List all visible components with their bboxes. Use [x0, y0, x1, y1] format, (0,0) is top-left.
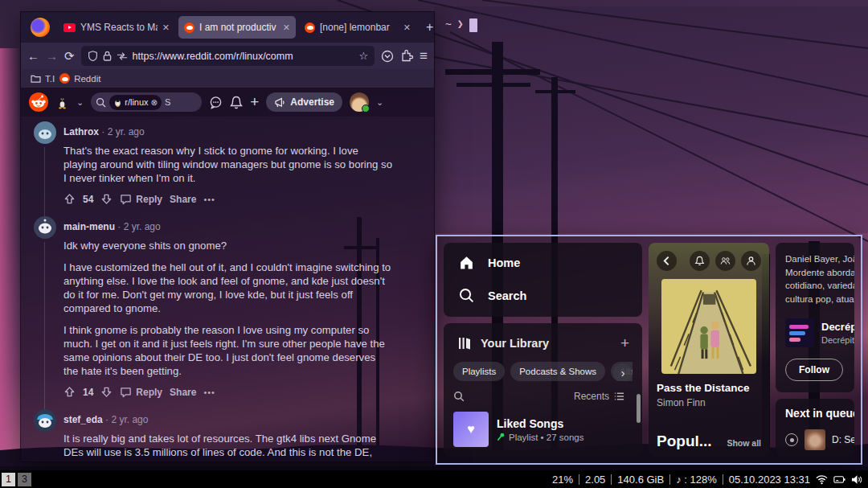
community-chevron-icon[interactable]: ⌄: [76, 97, 84, 108]
search-community-chip[interactable]: r/linux ⊗: [109, 95, 162, 110]
lock-icon[interactable]: [103, 51, 112, 61]
heart-icon: ♥: [467, 422, 475, 437]
reply-bubble-icon: [120, 194, 132, 205]
upvote-icon[interactable]: [63, 386, 76, 398]
comment-header: Lathrox · 2 yr. ago: [63, 126, 403, 137]
navigation-bar: ← → ⟳ https://www.reddit.com/r/linux/com…: [21, 43, 434, 69]
album-artist[interactable]: Simon Finn: [657, 397, 761, 408]
album-art-pass-the-distance[interactable]: [661, 279, 756, 374]
chat-icon[interactable]: [209, 96, 223, 109]
menu-icon[interactable]: ≡: [420, 48, 428, 64]
commenter-avatar[interactable]: [34, 121, 56, 144]
tab-label: I am not productiv: [199, 22, 278, 33]
tab-close-icon[interactable]: ✕: [283, 23, 290, 33]
artist-row[interactable]: Decrépit Decrépitos: [785, 318, 854, 347]
url-bar[interactable]: https://www.reddit.com/r/linux/comm ☆: [81, 46, 375, 66]
terminal-prompt-arrow: ❯: [457, 18, 464, 30]
reddit-favicon: [184, 23, 194, 33]
comment: Lathrox · 2 yr. ago That's the exact rea…: [34, 121, 403, 205]
downvote-icon[interactable]: [100, 193, 113, 205]
forward-button[interactable]: →: [46, 49, 58, 63]
new-tab-button[interactable]: +: [420, 20, 435, 35]
search-icon: [96, 97, 106, 108]
album-title[interactable]: Pass the Distance: [657, 382, 761, 394]
back-button[interactable]: [657, 251, 677, 271]
workspace-1[interactable]: 1: [2, 473, 15, 486]
about-text-line: Mordente abordam t: [785, 266, 854, 280]
tab-lemonbar[interactable]: [none] lemonbar ✕: [299, 16, 416, 39]
upvote-icon[interactable]: [63, 193, 76, 205]
nav-home[interactable]: Home: [458, 254, 628, 271]
commenter-avatar[interactable]: [34, 409, 56, 432]
commenter-avatar[interactable]: [34, 216, 56, 239]
profile-icon[interactable]: [741, 251, 761, 271]
tab-bar: YMS Reacts to Ma ✕ I am not productiv ✕ …: [21, 12, 434, 43]
about-text-line: cultura pop, atualidad: [785, 293, 854, 306]
comment-text: I have customized the hell out of it, an…: [63, 260, 393, 315]
reddit-logo-icon[interactable]: [29, 92, 48, 112]
spotify-main-panel: Pass the Distance Simon Finn Popul... Sh…: [649, 243, 769, 457]
extensions-icon[interactable]: [400, 50, 413, 63]
friend-activity-icon[interactable]: [715, 251, 735, 271]
comment-text: Idk why everyone shits on gnome?: [63, 239, 393, 252]
whats-new-bell-icon[interactable]: [690, 251, 710, 271]
nav-search[interactable]: Search: [458, 287, 628, 304]
reply-bubble-icon: [120, 387, 132, 398]
library-add-icon[interactable]: +: [620, 334, 629, 352]
reload-button[interactable]: ⟳: [64, 49, 75, 64]
reddit-favicon: [59, 73, 70, 84]
pocket-icon[interactable]: [381, 50, 394, 63]
reddit-search-input[interactable]: r/linux ⊗ S: [91, 92, 202, 112]
reply-button[interactable]: Reply: [120, 194, 162, 205]
permissions-icon[interactable]: [117, 51, 128, 61]
tab-close-icon[interactable]: ✕: [403, 23, 411, 33]
reply-button[interactable]: Reply: [120, 387, 162, 398]
share-button[interactable]: Share: [170, 387, 196, 398]
comment-more-icon[interactable]: •••: [203, 388, 215, 397]
notifications-bell-icon[interactable]: [230, 96, 243, 109]
firefox-logo-icon[interactable]: [31, 18, 50, 37]
show-all-link[interactable]: Show all: [727, 438, 761, 448]
tab-close-icon[interactable]: ✕: [162, 23, 170, 33]
bookmark-label: Reddit: [74, 74, 100, 84]
follow-button[interactable]: Follow: [785, 359, 843, 381]
bookmark-star-icon[interactable]: ☆: [358, 50, 368, 62]
chip-podcasts[interactable]: Podcasts & Shows: [510, 362, 605, 381]
terminal-window[interactable]: ~ ❯: [434, 6, 868, 233]
create-post-icon[interactable]: +: [250, 93, 259, 111]
tab-yms-reacts[interactable]: YMS Reacts to Ma ✕: [58, 16, 175, 39]
comment-more-icon[interactable]: •••: [203, 195, 215, 204]
library-header[interactable]: Your Library +: [453, 333, 633, 362]
liked-songs-item[interactable]: ♥ Liked Songs Playlist • 27 songs: [453, 412, 633, 447]
chip-clear-icon[interactable]: ⊗: [151, 98, 158, 107]
library-icon: [457, 335, 473, 351]
recents-sort-button[interactable]: Recents: [574, 391, 624, 402]
popular-title: Popul...: [657, 433, 712, 450]
library-search-icon[interactable]: [453, 391, 465, 402]
bookmark-folder[interactable]: T.I: [31, 74, 55, 84]
advertise-button[interactable]: Advertise: [266, 92, 342, 112]
user-avatar[interactable]: [350, 92, 369, 112]
shield-icon[interactable]: [88, 51, 98, 61]
bookmark-reddit[interactable]: Reddit: [59, 73, 100, 84]
tab-reddit-active[interactable]: I am not productiv ✕: [178, 16, 296, 39]
user-menu-chevron-icon[interactable]: ⌄: [376, 97, 383, 108]
downvote-icon[interactable]: [100, 386, 113, 398]
chip-playlists[interactable]: Playlists: [453, 362, 505, 381]
about-artist-card: Daniel Bayer, João Ca Mordente abordam t…: [776, 243, 854, 392]
queue-item[interactable]: D: Se: [785, 429, 854, 450]
comment-text: I think gnome is probably the reason I l…: [63, 323, 393, 378]
back-button[interactable]: ←: [27, 49, 39, 63]
workspace-3[interactable]: 3: [18, 473, 31, 486]
comment-username[interactable]: main-menu: [63, 221, 115, 232]
desktop: ~ ❯ YMS Reacts to Ma ✕ I am not producti…: [0, 0, 868, 488]
library-scrollbar[interactable]: [637, 394, 641, 423]
comment-username[interactable]: stef_eda: [63, 414, 103, 425]
about-text-line: Daniel Bayer, João Ca: [785, 252, 854, 266]
community-tux-icon[interactable]: [55, 96, 69, 109]
comment-username[interactable]: Lathrox: [63, 126, 99, 137]
share-button[interactable]: Share: [170, 194, 196, 205]
comment-text: That's the exact reason why I stick to g…: [63, 144, 393, 185]
chips-scroll-right-icon[interactable]: ›: [613, 363, 633, 381]
folder-icon: [31, 74, 41, 83]
